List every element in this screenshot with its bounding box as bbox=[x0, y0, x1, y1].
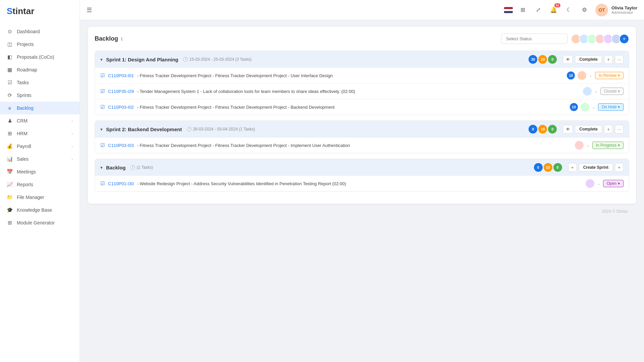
status-chevron-icon: ▾ bbox=[618, 89, 620, 94]
task-status-badge[interactable]: In Progress ▾ bbox=[592, 142, 624, 149]
sidebar-nav: ⊙ Dashboard ◫ Projects ◧ Proposals (CoCo… bbox=[0, 22, 80, 362]
proposals-icon: ◧ bbox=[7, 54, 13, 60]
sidebar-item-payroll[interactable]: 💰 Payroll › bbox=[0, 140, 80, 153]
sidebar-item-dashboard[interactable]: ⊙ Dashboard bbox=[0, 25, 80, 38]
language-flag[interactable] bbox=[504, 7, 513, 13]
sprint-badge-green: 0 bbox=[548, 125, 557, 134]
sprint-actions: 👁 Complete + ··· bbox=[563, 125, 624, 134]
backlog-toggle[interactable]: ▾ bbox=[100, 165, 103, 170]
task-status-badge[interactable]: Open ▾ bbox=[603, 180, 624, 187]
sidebar-item-label: Projects bbox=[17, 42, 34, 47]
sprint-toggle[interactable]: ▾ bbox=[100, 57, 103, 62]
task-status-badge[interactable]: Closed ▾ bbox=[600, 88, 624, 95]
task-actions: ⌄ Open ▾ bbox=[586, 179, 624, 188]
backlog-meta: 🕐 (1 Tasks) bbox=[130, 165, 153, 170]
arrow-icon: › bbox=[71, 144, 73, 148]
sidebar-item-label: Module Generator bbox=[17, 220, 55, 225]
sprint-section-2: ▾ Sprint 2: Backend Development 🕐 26-03-… bbox=[95, 120, 629, 153]
sales-icon: 📊 bbox=[7, 156, 13, 162]
backlog-more-btn[interactable]: + bbox=[615, 163, 624, 172]
sprint-badges: 30 10 0 bbox=[529, 55, 557, 64]
task-checkbox[interactable]: ☑ bbox=[100, 104, 105, 110]
task-checkbox[interactable]: ☑ bbox=[100, 72, 105, 79]
sprint-eye-btn[interactable]: 👁 bbox=[563, 55, 573, 64]
sidebar-item-knowledge-base[interactable]: 🎓 Knowledge Base bbox=[0, 204, 80, 216]
sidebar-item-roadmap[interactable]: ▦ Roadmap bbox=[0, 63, 80, 76]
payroll-icon: 💰 bbox=[7, 143, 13, 149]
sprint-complete-btn[interactable]: Complete bbox=[575, 125, 602, 133]
sprint-complete-btn[interactable]: Complete bbox=[575, 55, 602, 63]
layout-icon-btn[interactable]: ⤢ bbox=[533, 5, 544, 15]
sprint-badge-blue: 30 bbox=[529, 55, 537, 64]
main-content: Backlog ℹ + ▾ bbox=[80, 20, 644, 362]
clock-icon: 🕐 bbox=[183, 57, 188, 62]
backlog-badge-green: 0 bbox=[553, 163, 562, 172]
task-chevron-icon[interactable]: ⌄ bbox=[586, 143, 590, 148]
sprint-eye-btn[interactable]: 👁 bbox=[563, 125, 573, 134]
task-chevron-icon[interactable]: ⌄ bbox=[597, 181, 600, 186]
grid-icon-btn[interactable]: ⊞ bbox=[517, 5, 528, 15]
sprint-section-1: ▾ Sprint 1: Design And Planning 🕐 15-03-… bbox=[95, 51, 629, 115]
sidebar-item-backlog[interactable]: ≡ Backlog bbox=[0, 102, 80, 114]
sprint-actions: 👁 Complete + ··· bbox=[563, 55, 624, 64]
page-header: Backlog ℹ + bbox=[95, 34, 629, 44]
sidebar: Stintar ⊙ Dashboard ◫ Projects ◧ Proposa… bbox=[0, 0, 80, 362]
sprint-toggle[interactable]: ▾ bbox=[100, 127, 103, 132]
sidebar-item-label: Reports bbox=[17, 182, 33, 187]
task-id[interactable]: C110P03-I01 bbox=[108, 73, 134, 78]
page-title: Backlog bbox=[95, 35, 118, 42]
status-chevron-icon: ▾ bbox=[618, 105, 620, 109]
sidebar-item-tasks[interactable]: ☑ Tasks bbox=[0, 76, 80, 89]
notification-icon-btn[interactable]: 🔔 52 bbox=[548, 5, 559, 15]
task-id[interactable]: C110P03-I02 bbox=[108, 105, 134, 110]
task-assignee-avatar bbox=[578, 71, 586, 80]
sidebar-item-file-manager[interactable]: 📁 File Manager bbox=[0, 191, 80, 204]
sprint-add-btn[interactable]: + bbox=[604, 55, 613, 64]
crm-icon: ♟ bbox=[7, 118, 13, 124]
info-icon[interactable]: ℹ bbox=[121, 36, 122, 42]
sidebar-item-meetings[interactable]: 📅 Meetings bbox=[0, 165, 80, 178]
user-profile-area[interactable]: OT Olivia Taylor Administrator bbox=[595, 4, 637, 16]
task-checkbox[interactable]: ☑ bbox=[100, 142, 105, 148]
task-id[interactable]: C110P35-I29 bbox=[108, 89, 134, 94]
sidebar-item-label: CRM bbox=[17, 118, 28, 123]
sidebar-item-label: Proposals (CoCo) bbox=[17, 54, 54, 60]
task-checkbox[interactable]: ☑ bbox=[100, 180, 105, 187]
status-select[interactable] bbox=[501, 34, 567, 44]
backlog-add-btn[interactable]: + bbox=[568, 163, 577, 172]
task-chevron-icon[interactable]: ⌄ bbox=[594, 89, 598, 94]
task-status-badge[interactable]: In Review ▾ bbox=[595, 72, 624, 79]
create-sprint-btn[interactable]: Create Sprint bbox=[579, 163, 613, 171]
sprint-add-btn[interactable]: + bbox=[604, 125, 613, 134]
menu-toggle[interactable]: ☰ bbox=[87, 6, 92, 14]
task-assignee-avatar bbox=[575, 141, 584, 150]
sprint-badge-blue: 0 bbox=[529, 125, 537, 134]
sidebar-item-reports[interactable]: 📈 Reports bbox=[0, 178, 80, 191]
sidebar-item-sprints[interactable]: ⟳ Sprints bbox=[0, 89, 80, 102]
sidebar-item-projects[interactable]: ◫ Projects bbox=[0, 38, 80, 51]
sprint-meta: 🕐 15-03-2024 - 25-03-2024 (3 Tasks) bbox=[183, 57, 251, 62]
add-member-btn[interactable]: + bbox=[619, 34, 629, 44]
task-actions: 10 ⌄ On Hold ▾ bbox=[570, 103, 624, 111]
arrow-icon: › bbox=[71, 132, 73, 136]
task-title: - Fitness Tracker Development Project - … bbox=[137, 105, 566, 110]
task-status-badge[interactable]: On Hold ▾ bbox=[598, 103, 624, 111]
sidebar-item-sales[interactable]: 📊 Sales › bbox=[0, 153, 80, 165]
sidebar-item-crm[interactable]: ♟ CRM › bbox=[0, 114, 80, 127]
sidebar-item-hrm[interactable]: ⊞ HRM › bbox=[0, 127, 80, 140]
theme-icon-btn[interactable]: ☾ bbox=[564, 5, 575, 15]
sidebar-item-proposals[interactable]: ◧ Proposals (CoCo) bbox=[0, 51, 80, 63]
task-checkbox[interactable]: ☑ bbox=[100, 88, 105, 94]
settings-icon-btn[interactable]: ⚙ bbox=[579, 5, 590, 15]
task-assignee-avatar bbox=[586, 179, 594, 188]
sprint-more-btn[interactable]: ··· bbox=[615, 55, 624, 64]
sprint-more-btn[interactable]: ··· bbox=[615, 125, 624, 134]
sidebar-item-label: Dashboard bbox=[17, 29, 40, 34]
sprint-badge-green: 0 bbox=[548, 55, 557, 64]
sidebar-item-module-generator[interactable]: ⊞ Module Generator bbox=[0, 216, 80, 229]
arrow-icon: › bbox=[71, 119, 73, 123]
task-id[interactable]: C110P03-I03 bbox=[108, 143, 134, 148]
task-id[interactable]: C110P01-I30 bbox=[108, 181, 134, 186]
task-chevron-icon[interactable]: ⌄ bbox=[592, 105, 595, 109]
task-chevron-icon[interactable]: ⌄ bbox=[589, 73, 592, 78]
